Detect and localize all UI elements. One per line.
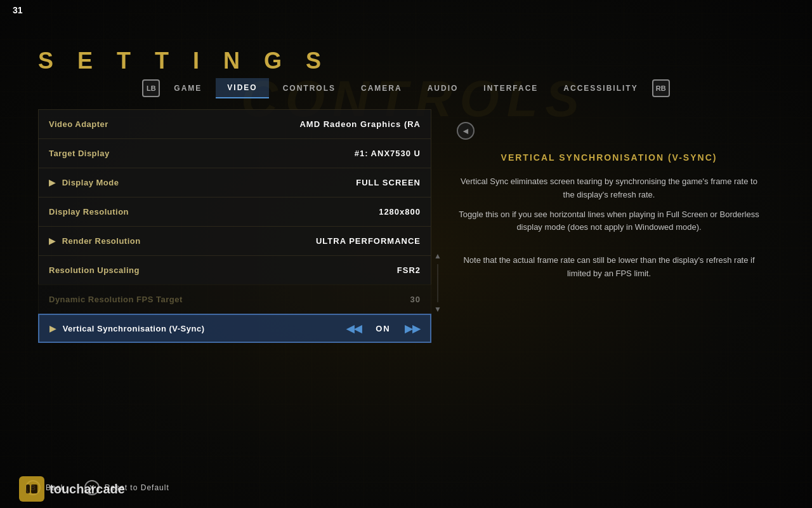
setting-row-resolution-upscaling[interactable]: Resolution Upscaling FSR2 <box>38 255 431 284</box>
setting-label-video-adapter: Video Adapter <box>49 119 299 129</box>
setting-label-render-resolution: ▶ Render Resolution <box>49 236 316 246</box>
settings-list: Video Adapter AMD Radeon Graphics (RA Ta… <box>38 109 431 457</box>
setting-row-target-display[interactable]: Target Display #1: ANX7530 U <box>38 138 431 168</box>
tab-video[interactable]: VIDEO <box>216 78 268 98</box>
setting-value-target-display: #1: ANX7530 U <box>355 149 421 158</box>
setting-label-vsync: ▶ Vertical Synchronisation (V-Sync) <box>49 324 346 333</box>
tab-camera[interactable]: CAMERA <box>350 79 414 98</box>
info-panel-back-btn[interactable]: ◄ <box>457 122 475 140</box>
setting-value-resolution-upscaling: FSR2 <box>397 265 421 275</box>
scroll-up-btn[interactable]: ▲ <box>433 251 443 262</box>
page-title: S E T T I N G S <box>38 48 330 74</box>
arrow-prefix-display-mode: ▶ <box>49 178 56 187</box>
setting-row-render-resolution[interactable]: ▶ Render Resolution ULTRA PERFORMANCE <box>38 226 431 255</box>
setting-value-render-resolution: ULTRA PERFORMANCE <box>316 236 421 246</box>
frame-counter: 31 <box>13 5 23 15</box>
scroll-down-btn[interactable]: ▼ <box>433 305 443 315</box>
arrow-prefix-vsync: ▶ <box>49 324 56 333</box>
tab-accessibility[interactable]: ACCESSIBILITY <box>552 79 649 98</box>
scroll-indicator: ▲ ▼ <box>433 251 443 315</box>
info-panel-description: Vertical Sync eliminates screen tearing … <box>457 175 761 287</box>
tab-game[interactable]: GAME <box>162 79 213 98</box>
watermark-text: toucharcade <box>49 482 125 497</box>
watermark-logo <box>19 476 44 502</box>
svg-rect-2 <box>31 485 37 493</box>
tab-interface[interactable]: INTERFACE <box>472 79 549 98</box>
setting-label-display-mode: ▶ Display Mode <box>49 178 356 187</box>
setting-value-display-resolution: 812x508 <box>379 207 421 217</box>
nav-right-icon[interactable]: RB <box>652 79 670 97</box>
navigation-bar: LB GAME VIDEO CONTROLS CAMERA AUDIO INTE… <box>0 75 812 102</box>
info-panel-title: VERTICAL SYNCHRONISATION (V-SYNC) <box>457 152 761 163</box>
tab-controls[interactable]: CONTROLS <box>272 79 347 98</box>
arrow-prefix-render-resolution: ▶ <box>49 236 56 246</box>
setting-label-dynamic-fps: Dynamic Resolution FPS Target <box>49 295 410 304</box>
vsync-arrow-right[interactable]: ▶▶ <box>405 323 420 335</box>
main-content: Video Adapter AMD Radeon Graphics (RA Ta… <box>38 109 774 457</box>
vsync-arrow-left[interactable]: ◀◀ <box>346 323 362 335</box>
watermark: toucharcade <box>19 476 125 502</box>
vsync-value: ON <box>370 324 396 333</box>
setting-row-dynamic-fps: Dynamic Resolution FPS Target 30 <box>38 284 431 314</box>
setting-label-target-display: Target Display <box>49 149 355 158</box>
setting-row-video-adapter[interactable]: Video Adapter AMD Radeon Graphics (RA <box>38 109 431 138</box>
setting-label-resolution-upscaling: Resolution Upscaling <box>49 265 397 275</box>
setting-value-display-mode: FULL SCREEN <box>356 178 421 187</box>
tab-audio[interactable]: AUDIO <box>416 79 470 98</box>
setting-row-vsync[interactable]: ▶ Vertical Synchronisation (V-Sync) ◀◀ O… <box>38 314 431 343</box>
setting-value-video-adapter: AMD Radeon Graphics (RA <box>299 119 421 129</box>
vsync-controls: ◀◀ ON ▶▶ <box>346 323 420 335</box>
setting-label-display-resolution: Display Resolution <box>49 207 379 217</box>
nav-left-icon[interactable]: LB <box>142 79 160 97</box>
setting-row-display-mode[interactable]: ▶ Display Mode FULL SCREEN <box>38 168 431 197</box>
setting-value-dynamic-fps: 30 <box>410 295 421 304</box>
footer: B Back X Reset to Default <box>25 480 787 495</box>
setting-row-display-resolution[interactable]: Display Resolution 812x508 <box>38 197 431 226</box>
svg-rect-1 <box>26 485 30 493</box>
info-panel: ◄ VERTICAL SYNCHRONISATION (V-SYNC) Vert… <box>444 109 774 457</box>
